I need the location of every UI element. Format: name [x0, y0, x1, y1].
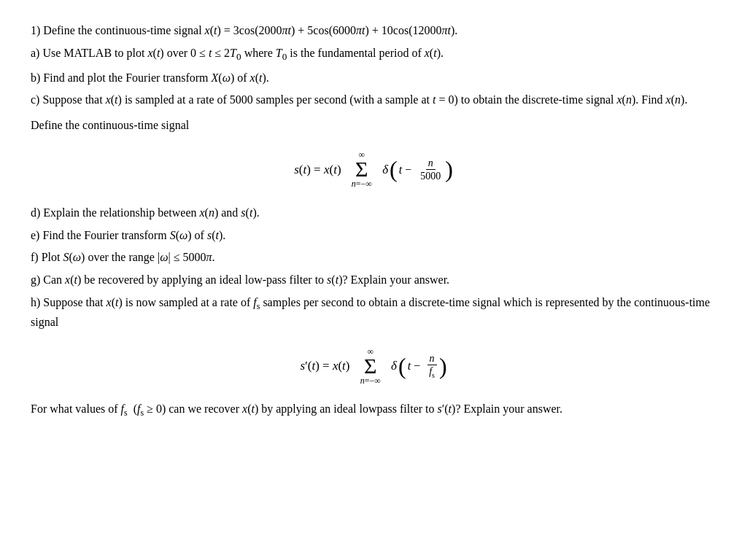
part-d: d) Explain the relationship between x(n)… — [31, 204, 716, 222]
part-g: g) Can x(t) be recovered by applying an … — [31, 271, 716, 289]
formula-2-lhs: s′(t) = x(t) — [300, 352, 349, 379]
main-content: 1) Define the continuous-time signal x(t… — [31, 22, 716, 420]
formula-2-inner: s′(t) = x(t) ∞ Σ n=−∞ δ ( t − n fs — [300, 346, 446, 386]
left-paren-1: ( — [390, 158, 398, 181]
part-c: c) Suppose that x(t) is sampled at a rat… — [31, 91, 716, 109]
sigma-1-sub: n=−∞ — [352, 179, 372, 189]
delta-2-symbol: δ — [391, 352, 397, 379]
final-question-text: For what values of fs (fs ≥ 0) can we re… — [31, 402, 562, 415]
p1-label: 1) Define the continuous-time signal x(t… — [31, 24, 457, 36]
fraction-1: n 5000 — [418, 158, 443, 182]
part-e-text: e) Find the Fourier transform S(ω) of s(… — [31, 229, 225, 241]
part-d-text: d) Explain the relationship between x(n)… — [31, 206, 260, 219]
part-f: f) Plot S(ω) over the range |ω| ≤ 5000π. — [31, 249, 716, 267]
right-paren-1: ) — [445, 158, 453, 181]
part-f-text: f) Plot S(ω) over the range |ω| ≤ 5000π. — [31, 251, 214, 263]
part-h-text: h) Suppose that x(t) is now sampled at a… — [31, 296, 710, 328]
t-label-2: t − — [408, 353, 420, 378]
frac-1-num: n — [426, 158, 436, 170]
define-text: Define the continuous-time signal — [31, 119, 189, 131]
part-b: b) Find and plot the Fourier transform X… — [31, 69, 716, 88]
delta-1-symbol: δ — [382, 156, 388, 183]
sigma-2-symbol: Σ — [364, 355, 376, 377]
final-question: For what values of fs (fs ≥ 0) can we re… — [31, 400, 716, 420]
left-paren-2: ( — [398, 354, 406, 378]
part-b-text: b) Find and plot the Fourier transform X… — [31, 71, 269, 84]
part-a: a) Use MATLAB to plot x(t) over 0 ≤ t ≤ … — [31, 44, 716, 65]
sigma-1: ∞ Σ n=−∞ — [352, 149, 372, 190]
part-a-text: a) Use MATLAB to plot x(t) over 0 ≤ t ≤ … — [31, 47, 444, 59]
delta-1-group: δ ( t − n 5000 ) — [382, 156, 453, 183]
part-e: e) Find the Fourier transform S(ω) of s(… — [31, 227, 716, 245]
part-c-text: c) Suppose that x(t) is sampled at a rat… — [31, 93, 687, 106]
frac-1-den: 5000 — [418, 170, 443, 182]
formula-1-inner: s(t) = x(t) ∞ Σ n=−∞ δ ( t − n 5000 — [294, 149, 453, 190]
sigma-2-sub: n=−∞ — [360, 376, 381, 386]
part-g-text: g) Can x(t) be recovered by applying an … — [31, 273, 449, 286]
define-continuous-label: Define the continuous-time signal — [31, 117, 716, 135]
problem-1: 1) Define the continuous-time signal x(t… — [31, 22, 716, 40]
right-paren-2: ) — [439, 354, 447, 378]
sigma-1-symbol: Σ — [355, 158, 368, 180]
formula-2: s′(t) = x(t) ∞ Σ n=−∞ δ ( t − n fs — [31, 346, 716, 386]
paren-1-inner: t − n 5000 — [399, 157, 444, 182]
fraction-2: n fs — [427, 353, 437, 379]
sigma-2: ∞ Σ n=−∞ — [360, 346, 381, 386]
t-label-1: t − — [399, 157, 411, 182]
frac-2-den: fs — [427, 365, 437, 379]
delta-2-group: δ ( t − n fs ) — [391, 352, 447, 379]
frac-2-num: n — [427, 353, 437, 365]
formula-1-lhs: s(t) = x(t) — [294, 156, 341, 183]
paren-2-inner: t − n fs — [408, 353, 438, 379]
part-h: h) Suppose that x(t) is now sampled at a… — [31, 294, 716, 332]
formula-1: s(t) = x(t) ∞ Σ n=−∞ δ ( t − n 5000 — [31, 149, 716, 190]
